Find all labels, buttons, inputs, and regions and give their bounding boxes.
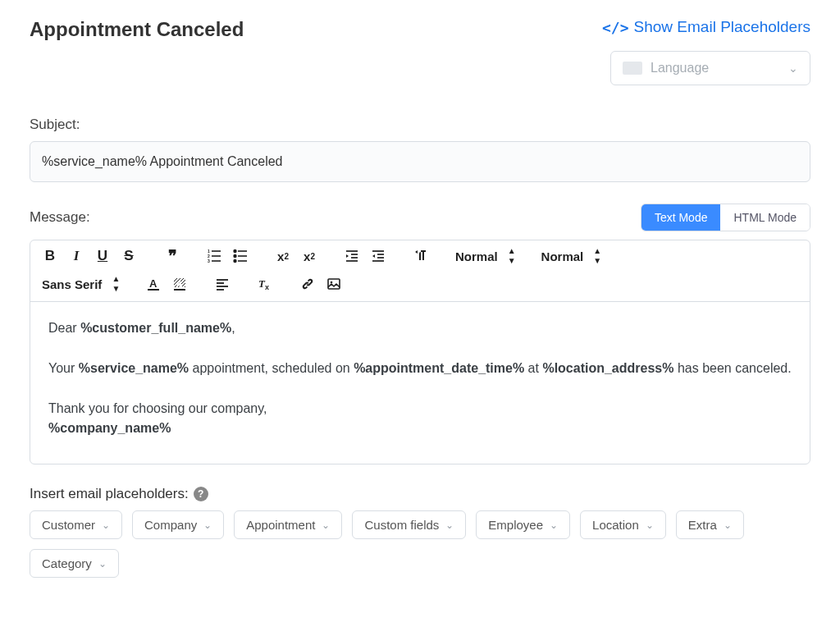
flag-icon [623,62,642,75]
subject-input[interactable] [30,141,810,182]
chip-label: Custom fields [364,518,439,532]
text-mode-button[interactable]: Text Mode [641,204,721,231]
language-select[interactable]: Language ⌄ [610,51,810,85]
font-select[interactable]: Sans Serif ▲▼ [39,272,122,296]
size-select[interactable]: Normal ▲▼ [538,244,605,268]
svg-point-7 [234,255,236,258]
body-text: appointment, scheduled on [189,361,354,375]
svg-marker-22 [415,250,418,254]
html-mode-button[interactable]: HTML Mode [720,204,810,231]
underline-button[interactable]: U [91,244,114,268]
svg-point-6 [234,250,236,253]
body-text: , [231,321,235,335]
placeholder-chip-location[interactable]: Location⌄ [580,510,666,539]
svg-point-8 [234,260,236,263]
message-body[interactable]: Dear %customer_full_name%, Your %service… [30,302,810,464]
show-email-placeholders-link[interactable]: </> Show Email Placeholders [602,18,810,36]
svg-rect-34 [328,279,340,289]
highlight-color-button[interactable]: A [168,272,191,296]
ordered-list-button[interactable]: 1 2 3 [203,244,226,268]
up-down-icon: ▲▼ [112,274,119,294]
body-text: has been canceled. [673,361,791,375]
subscript-button[interactable]: x2 [272,244,294,268]
insert-placeholders-label: Insert email placeholders: [30,486,189,502]
svg-rect-24 [148,289,159,291]
placeholder-chip-customer[interactable]: Customer⌄ [30,510,122,539]
editor-toolbar: B I U S ❞ 1 2 3 [30,240,810,302]
svg-marker-16 [346,254,349,258]
superscript-button[interactable]: x2 [298,244,321,268]
heading-select[interactable]: Normal ▲▼ [452,244,518,268]
body-placeholder: %customer_full_name% [80,321,231,335]
chevron-down-icon: ⌄ [102,519,110,531]
image-button[interactable] [322,272,345,296]
code-icon: </> [602,19,629,36]
svg-rect-27 [174,289,185,291]
chevron-down-icon: ⌄ [646,519,654,531]
chevron-down-icon: ⌄ [788,62,798,75]
placeholder-chip-employee[interactable]: Employee⌄ [476,510,570,539]
message-label: Message: [30,209,90,226]
chip-label: Customer [42,518,95,532]
chip-label: Company [144,518,197,532]
svg-text:x: x [265,283,269,291]
svg-marker-21 [372,254,375,258]
svg-text:3: 3 [208,259,210,263]
placeholder-chip-category[interactable]: Category⌄ [30,549,119,578]
chevron-down-icon: ⌄ [445,519,454,531]
chevron-down-icon: ⌄ [203,519,212,531]
blockquote-button[interactable]: ❞ [160,244,183,268]
mode-toggle: Text Mode HTML Mode [641,204,810,231]
chevron-down-icon: ⌄ [98,558,107,570]
body-placeholder: %appointment_date_time% [354,361,524,375]
text-direction-button[interactable] [409,244,432,268]
svg-point-35 [331,281,333,284]
body-placeholder: %service_name% [79,361,189,375]
chevron-down-icon: ⌄ [550,519,558,531]
svg-text:A: A [149,277,158,290]
body-text: Your [48,361,79,375]
chevron-down-icon: ⌄ [724,519,732,531]
size-select-label: Normal [541,249,584,263]
outdent-button[interactable] [340,244,363,268]
link-button[interactable] [296,272,319,296]
placeholder-chip-extra[interactable]: Extra⌄ [676,510,744,539]
chip-label: Location [592,518,639,532]
italic-button[interactable]: I [65,244,88,268]
unordered-list-button[interactable] [229,244,252,268]
chip-label: Extra [688,518,717,532]
body-text: Dear [48,321,80,335]
subject-label: Subject: [30,117,810,133]
up-down-icon: ▲▼ [508,246,515,266]
chip-label: Appointment [246,518,315,532]
svg-text:A: A [176,279,183,289]
language-placeholder: Language [651,61,709,75]
placeholder-chip-custom-fields[interactable]: Custom fields⌄ [352,510,466,539]
chip-label: Category [42,556,92,570]
message-editor: B I U S ❞ 1 2 3 [30,240,810,464]
help-icon[interactable]: ? [194,487,208,501]
text-color-button[interactable]: A [142,272,165,296]
body-text: Thank you for choosing our company, [48,399,792,419]
show-email-placeholders-label: Show Email Placeholders [634,18,810,36]
bold-button[interactable]: B [39,244,62,268]
body-text: at [524,361,542,375]
placeholder-chip-appointment[interactable]: Appointment⌄ [234,510,342,539]
chip-label: Employee [488,518,543,532]
body-placeholder: %company_name% [48,421,171,435]
font-select-label: Sans Serif [42,277,102,291]
clear-format-button[interactable]: T x [253,272,276,296]
strikethrough-button[interactable]: S [117,244,140,268]
body-placeholder: %location_address% [542,361,673,375]
placeholder-chip-company[interactable]: Company⌄ [132,510,224,539]
up-down-icon: ▲▼ [593,246,600,266]
align-button[interactable] [211,272,234,296]
page-title: Appointment Canceled [30,18,244,41]
chevron-down-icon: ⌄ [322,519,330,531]
heading-select-label: Normal [455,249,498,263]
indent-button[interactable] [367,244,390,268]
